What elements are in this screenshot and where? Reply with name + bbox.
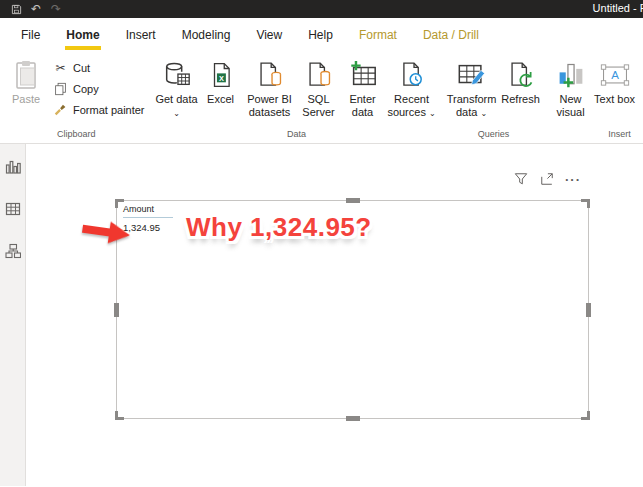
cut-label: Cut [73, 62, 90, 74]
sql-server-label: SQL Server [297, 93, 341, 119]
chevron-down-icon: ⌄ [480, 109, 487, 118]
report-canvas[interactable]: ··· Amount 1,324.95 Why 1,324.95? [0, 144, 643, 486]
text-box-icon: A [600, 57, 630, 93]
tab-insert[interactable]: Insert [113, 18, 169, 51]
excel-icon: X [208, 57, 234, 93]
tab-data-drill[interactable]: Data / Drill [410, 18, 492, 51]
tab-file[interactable]: File [8, 18, 53, 51]
ribbon-group-clipboard: Paste ✂ Cut Copy Format painter [2, 51, 151, 143]
new-visual-button[interactable]: New visual [549, 55, 593, 119]
resize-handle-bottom-left[interactable] [115, 411, 124, 420]
resize-handle-right[interactable] [586, 303, 591, 317]
refresh-label: Refresh [501, 93, 540, 106]
transform-data-button[interactable]: Transform data ⌄ [445, 55, 499, 120]
enter-data-label: Enter data [341, 93, 385, 119]
cut-button[interactable]: ✂ Cut [48, 57, 149, 78]
view-rail [0, 144, 26, 486]
data-group-label: Data [155, 127, 439, 143]
copy-button[interactable]: Copy [48, 78, 149, 99]
power-bi-datasets-button[interactable]: Power BI datasets [243, 55, 297, 119]
format-painter-label: Format painter [73, 104, 145, 116]
excel-button[interactable]: X Excel [199, 55, 243, 106]
ribbon-group-queries: Transform data ⌄ Refresh Queries [443, 51, 545, 143]
window-title: Untitled - P [593, 2, 643, 14]
tab-home[interactable]: Home [53, 18, 112, 51]
format-painter-icon [52, 103, 69, 116]
annotation-arrow-icon [80, 217, 131, 251]
annotation-text: Why 1,324.95? [186, 212, 372, 243]
paste-label: Paste [12, 93, 40, 106]
new-visual-icon [557, 57, 585, 93]
ribbon-group-insert: New visual A Text box More visuals Inser… [547, 51, 643, 143]
copy-label: Copy [73, 83, 99, 95]
excel-label: Excel [207, 93, 234, 106]
power-bi-datasets-icon [256, 57, 283, 93]
new-visual-label: New visual [549, 93, 593, 119]
report-view-icon[interactable] [0, 154, 26, 180]
transform-data-icon [456, 57, 487, 93]
tab-help[interactable]: Help [295, 18, 346, 51]
paste-button[interactable]: Paste [4, 55, 48, 106]
tab-modeling[interactable]: Modeling [169, 18, 244, 51]
clipboard-group-label: Clipboard [4, 127, 149, 143]
text-box-button[interactable]: A Text box [593, 55, 637, 106]
recent-sources-button[interactable]: Recent sources ⌄ [385, 55, 439, 120]
svg-text:X: X [219, 74, 224, 83]
queries-group-label: Queries [445, 127, 543, 143]
undo-icon[interactable]: ↶ [26, 1, 46, 17]
get-data-icon [162, 57, 192, 93]
refresh-icon [507, 57, 534, 93]
ribbon-group-data: Get data ⌄ X Excel Power BI datasets SQL… [153, 51, 441, 143]
ribbon: Paste ✂ Cut Copy Format painter [0, 51, 643, 144]
focus-mode-icon[interactable] [534, 170, 560, 188]
paste-icon [14, 57, 38, 93]
insert-group-label: Insert [549, 127, 643, 143]
chevron-down-icon: ⌄ [173, 109, 180, 118]
resize-handle-left[interactable] [114, 303, 119, 317]
more-options-icon[interactable]: ··· [560, 170, 586, 188]
tab-format[interactable]: Format [346, 18, 410, 51]
resize-handle-bottom[interactable] [346, 416, 360, 421]
visual-toolbar: ··· [508, 170, 586, 188]
model-view-icon[interactable] [0, 238, 26, 264]
recent-sources-icon [398, 57, 425, 93]
tab-view[interactable]: View [243, 18, 295, 51]
copy-icon [52, 82, 69, 96]
get-data-button[interactable]: Get data ⌄ [155, 55, 199, 120]
text-box-label: Text box [594, 93, 635, 106]
ribbon-tab-bar: File Home Insert Modeling View Help Form… [0, 18, 643, 51]
refresh-button[interactable]: Refresh [499, 55, 543, 106]
format-painter-button[interactable]: Format painter [48, 99, 149, 120]
sql-server-icon [305, 57, 332, 93]
resize-handle-top-right[interactable] [581, 199, 590, 208]
resize-handle-top[interactable] [346, 198, 360, 203]
table-column-header[interactable]: Amount [123, 204, 173, 217]
enter-data-icon [348, 57, 378, 93]
redo-icon[interactable]: ↷ [46, 1, 66, 17]
data-view-icon[interactable] [0, 196, 26, 222]
sql-server-button[interactable]: SQL Server [297, 55, 341, 119]
title-bar: ↶ ↷ Untitled - P [0, 0, 643, 18]
save-icon[interactable] [6, 1, 26, 17]
cut-icon: ✂ [52, 61, 69, 75]
enter-data-button[interactable]: Enter data [341, 55, 385, 119]
resize-handle-bottom-right[interactable] [581, 411, 590, 420]
svg-text:A: A [611, 69, 619, 81]
more-visuals-button[interactable]: More visuals [637, 55, 643, 119]
power-bi-datasets-label: Power BI datasets [243, 93, 297, 119]
recent-sources-label: Recent sources [387, 93, 429, 118]
get-data-label: Get data [155, 93, 197, 105]
chevron-down-icon: ⌄ [429, 109, 436, 118]
filter-icon[interactable] [508, 170, 534, 188]
transform-data-label: Transform data [447, 93, 497, 118]
more-visuals-label: More visuals [637, 93, 643, 119]
